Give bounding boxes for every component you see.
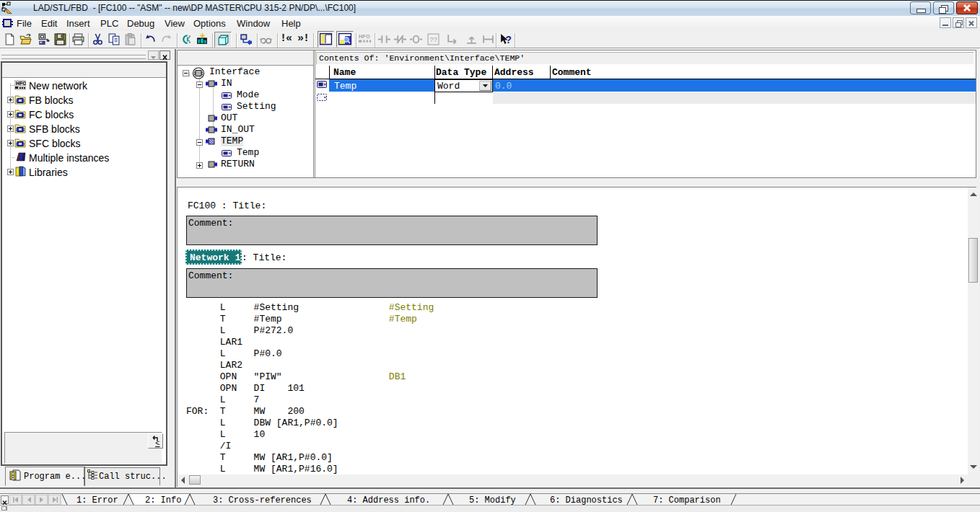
svg-text:HFO: HFO bbox=[16, 81, 26, 86]
svg-text:HFO: HFO bbox=[359, 33, 370, 40]
svg-text:?: ? bbox=[506, 34, 512, 45]
svg-text:??: ?? bbox=[429, 35, 437, 43]
svg-text:<: < bbox=[155, 439, 160, 448]
